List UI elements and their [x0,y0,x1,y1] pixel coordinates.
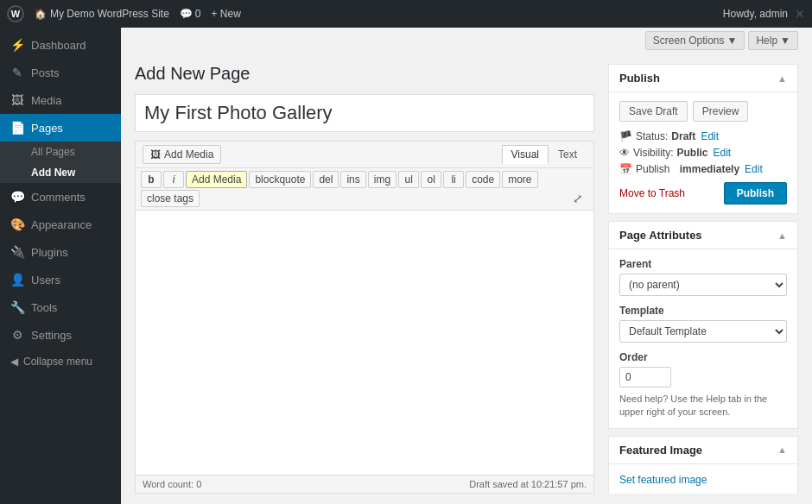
collapse-arrow-icon: ◀ [10,356,18,368]
featured-image-header: Featured Image ▲ [609,437,797,464]
move-to-trash-button[interactable]: Move to Trash [619,187,685,199]
featured-image-chevron-icon: ▲ [777,444,787,455]
close-tags-button[interactable]: close tags [141,190,200,207]
add-media-icon: 🖼 [150,148,161,161]
adminbar-right: Howdy, admin ✕ [723,7,805,21]
save-draft-button[interactable]: Save Draft [619,101,688,122]
li-button[interactable]: li [443,171,464,188]
publish-panel-body: Save Draft Preview 🏴 Status: Draft Edit … [609,92,797,213]
dashboard-icon: ⚡ [10,38,24,52]
visibility-label: Visibility: [633,147,673,159]
adminbar-site-link[interactable]: 🏠 My Demo WordPress Site [35,8,169,20]
code-button[interactable]: code [466,171,500,188]
publish-panel-header: Publish ▲ [609,65,797,92]
add-media-fmt-button[interactable]: Add Media [186,171,247,188]
add-media-label: Add Media [164,148,213,161]
parent-select[interactable]: (no parent) [619,274,787,296]
img-button[interactable]: img [368,171,396,188]
adminbar-comments[interactable]: 💬 0 [180,8,201,20]
status-edit-link[interactable]: Edit [701,130,719,142]
visual-text-tabs: Visual Text [502,145,587,164]
new-label: + New [212,8,241,20]
collapse-menu-button[interactable]: ◀ Collapse menu [0,349,121,375]
adminbar-close-icon: ✕ [795,7,805,21]
tools-icon: 🔧 [10,300,24,314]
users-icon: 👤 [10,273,24,287]
ins-button[interactable]: ins [340,171,365,188]
publish-chevron-icon: ▲ [777,73,787,84]
bold-button[interactable]: b [141,171,162,188]
sidebar-item-label: Appearance [31,218,92,231]
submenu-add-new[interactable]: Add New [0,162,121,183]
ol-button[interactable]: ol [421,171,441,188]
visibility-edit-link[interactable]: Edit [713,147,731,159]
visual-tab[interactable]: Visual [502,145,549,164]
calendar-icon: 📅 [619,163,632,175]
sidebar-item-users[interactable]: 👤 Users [0,266,121,293]
order-label: Order [619,351,787,363]
publish-time-row: 📅 Publish immediately Edit [619,163,787,175]
trash-publish-row: Move to Trash Publish [619,182,787,205]
preview-button[interactable]: Preview [693,101,749,122]
expand-editor-icon[interactable]: ⤢ [568,190,588,207]
screen-options-button[interactable]: Screen Options ▼ [645,31,745,50]
publish-actions: Save Draft Preview [619,101,787,122]
media-icon: 🖼 [10,93,24,107]
howdy-label: Howdy, admin [723,8,788,20]
visibility-value: Public [676,147,707,159]
sidebar-item-settings[interactable]: ⚙ Settings [0,321,121,349]
collapse-label: Collapse menu [23,356,92,368]
sidebar-item-plugins[interactable]: 🔌 Plugins [0,238,121,266]
main-content: Screen Options ▼ Help ▼ Add New Page 🖼 A… [121,28,812,504]
order-input[interactable] [619,367,671,387]
submenu-all-pages[interactable]: All Pages [0,142,121,162]
sidebar-item-pages[interactable]: 📄 Pages [0,114,121,142]
template-label: Template [619,305,787,317]
screen-options-label: Screen Options [653,35,725,47]
sidebar-item-comments[interactable]: 💬 Comments [0,183,121,211]
sidebar-item-appearance[interactable]: 🎨 Appearance [0,211,121,238]
comment-icon: 💬 [180,8,193,20]
sidebar-item-tools[interactable]: 🔧 Tools [0,293,121,321]
page-attributes-panel: Page Attributes ▲ Parent (no parent) Tem… [608,221,798,429]
house-icon: 🏠 [35,9,47,20]
post-title-input[interactable] [135,94,594,132]
text-tab[interactable]: Text [549,145,587,164]
publish-label: Publish [636,163,669,175]
parent-label: Parent [619,258,787,270]
screen-options-bar: Screen Options ▼ Help ▼ [121,28,812,54]
publish-button[interactable]: Publish [724,182,787,205]
sidebar-item-label: Comments [31,191,86,204]
blockquote-button[interactable]: blockquote [249,171,311,188]
sidebar-item-label: Plugins [31,246,68,259]
sidebar-item-media[interactable]: 🖼 Media [0,86,121,114]
pages-icon: 📄 [10,121,24,135]
del-button[interactable]: del [313,171,339,188]
page-attributes-body: Parent (no parent) Template Default Temp… [609,249,797,428]
more-button[interactable]: more [502,171,537,188]
draft-saved-label: Draft saved at 10:21:57 pm. [469,479,587,489]
template-select[interactable]: Default Template [619,320,787,343]
help-label: Help [756,35,777,47]
publish-time-edit-link[interactable]: Edit [745,163,763,175]
editor-content-area[interactable] [135,210,594,476]
add-media-button[interactable]: 🖼 Add Media [143,145,221,164]
admin-bar: W 🏠 My Demo WordPress Site 💬 0 + New How… [0,0,812,28]
sidebar-item-posts[interactable]: ✎ Posts [0,59,121,86]
page-heading: Add New Page [135,64,594,84]
comments-icon: 💬 [10,190,24,204]
plugins-icon: 🔌 [10,245,24,259]
pages-submenu: All Pages Add New [0,142,121,183]
sidebar-item-dashboard[interactable]: ⚡ Dashboard [0,31,121,59]
sidebar-item-label: Settings [31,329,72,342]
sidebar-item-label: Media [31,94,61,107]
adminbar-new[interactable]: + New [212,8,241,20]
ul-button[interactable]: ul [398,171,419,188]
help-button[interactable]: Help ▼ [748,31,798,50]
featured-image-body: Set featured image [609,464,797,494]
set-featured-image-link[interactable]: Set featured image [619,474,707,486]
italic-button[interactable]: i [163,171,184,188]
sidebar-panels: Publish ▲ Save Draft Preview 🏴 Status: D… [608,64,798,494]
content-inner: Add New Page 🖼 Add Media Visual Text b i [121,54,812,504]
wp-logo[interactable]: W [7,5,24,22]
